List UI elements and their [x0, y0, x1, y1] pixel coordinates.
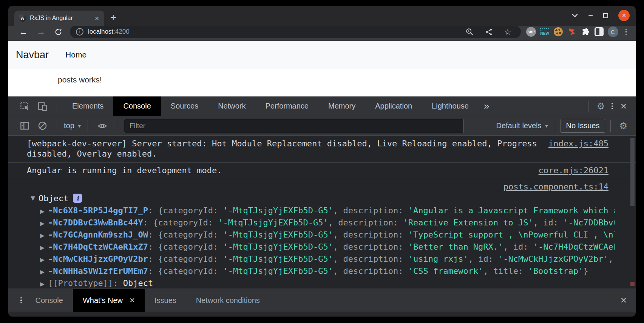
url-text: localhost:4200: [88, 28, 130, 36]
drawer-tab-network-conditions[interactable]: Network conditions: [186, 289, 270, 312]
object-row[interactable]: ▶-Nc7DDBvC3WwBnBc44Y: {categoryId: '-Mtq…: [8, 217, 615, 229]
devtools-tab-bar: Elements Console Sources Network Perform…: [8, 96, 636, 116]
chevron-down-icon: ▾: [78, 123, 81, 129]
drawer-tab-close-icon[interactable]: ×: [130, 296, 135, 305]
expand-triangle-icon[interactable]: ▶: [39, 278, 45, 289]
screen: A RxJS in Angular × + − × ← → i: [0, 0, 644, 323]
maximize-button[interactable]: [603, 13, 608, 18]
drawer-tab-console[interactable]: Console: [26, 289, 73, 312]
info-badge-icon[interactable]: i: [73, 194, 82, 203]
browser-menu-icon[interactable]: [622, 27, 631, 37]
console-sidebar-icon[interactable]: [16, 121, 34, 131]
devtools-tab-sources[interactable]: Sources: [161, 96, 208, 116]
object-children: ▶-Nc6X8-5RP5J4ggTI7_P: {categoryId: '-Mt…: [8, 205, 636, 289]
clear-console-icon[interactable]: [34, 121, 51, 131]
console-toolbar: top ▾ Default levels ▾ No Issues ⚙: [8, 116, 636, 136]
devtools-panel: Elements Console Sources Network Perform…: [8, 96, 636, 317]
back-button[interactable]: ←: [14, 28, 32, 36]
context-selector[interactable]: top ▾: [62, 121, 82, 130]
source-link[interactable]: core.mjs:26021: [539, 165, 608, 175]
devtools-tab-console[interactable]: Console: [113, 96, 161, 116]
zoom-icon[interactable]: [462, 28, 477, 36]
object-root-label: Object: [39, 194, 68, 203]
devtools-tab-elements[interactable]: Elements: [62, 96, 113, 116]
device-toolbar-icon[interactable]: [34, 101, 51, 111]
scrollbar-error-marker: [630, 282, 635, 286]
object-row[interactable]: ▶-Nc7H4DqCtzWCAeR1xZ7: {categoryId: '-Mt…: [8, 241, 615, 253]
adblock-extension-icon[interactable]: ABP: [526, 27, 536, 37]
object-root-row[interactable]: ▼ Object i: [8, 192, 636, 205]
browser-window: A RxJS in Angular × + − × ← → i: [8, 6, 636, 317]
collapse-triangle-icon[interactable]: ▼: [30, 195, 36, 202]
red-extension-icon[interactable]: [567, 27, 577, 37]
expand-triangle-icon[interactable]: ▶: [39, 205, 45, 217]
expand-triangle-icon[interactable]: ▶: [39, 230, 45, 241]
scrollbar-thumb[interactable]: [630, 138, 635, 206]
inspect-element-icon[interactable]: [16, 101, 34, 111]
address-bar[interactable]: i localhost:4200 ☆: [70, 25, 521, 38]
devtools-drawer-bar: Console What's New × Issues Network cond…: [8, 289, 636, 312]
cookie-extension-icon[interactable]: [553, 27, 564, 37]
tab-close-icon[interactable]: ×: [93, 14, 100, 23]
forward-button[interactable]: →: [32, 28, 50, 36]
console-message: Angular is running in development mode. …: [8, 163, 636, 179]
expand-triangle-icon[interactable]: ▶: [39, 217, 45, 229]
more-tabs-icon[interactable]: »: [479, 100, 494, 112]
object-row[interactable]: ▶-NcNHHaSVW1zfErUMEm7: {categoryId: '-Mt…: [8, 265, 615, 277]
devtools-settings-icon[interactable]: ⚙: [594, 102, 608, 111]
tab-title: RxJS in Angular: [30, 15, 90, 22]
drawer-close-icon[interactable]: ×: [617, 295, 630, 306]
devtools-tab-performance[interactable]: Performance: [256, 96, 319, 116]
page-content-text: posts works!: [8, 69, 636, 84]
extensions-puzzle-icon[interactable]: [581, 27, 591, 37]
expand-triangle-icon[interactable]: ▶: [39, 266, 45, 277]
console-object-log: posts.component.ts:14 ▼ Object i ▶-Nc6X8…: [8, 179, 636, 289]
site-info-icon[interactable]: i: [76, 28, 83, 36]
chevron-down-icon: ▾: [545, 123, 548, 129]
devtools-tab-memory[interactable]: Memory: [318, 96, 365, 116]
window-controls: − ×: [572, 10, 630, 21]
message-text: Angular is running in development mode.: [27, 165, 222, 175]
console-scrollbar[interactable]: [630, 137, 635, 287]
console-settings-icon[interactable]: ⚙: [616, 121, 630, 130]
navbar-brand[interactable]: Navbar: [16, 49, 49, 61]
devtools-tab-network[interactable]: Network: [208, 96, 255, 116]
source-link[interactable]: index.js:485: [548, 138, 608, 149]
side-panel-icon[interactable]: [594, 27, 604, 37]
expand-triangle-icon[interactable]: ▶: [39, 242, 45, 253]
object-row[interactable]: ▶[[Prototype]]: Object: [8, 277, 615, 289]
devtools-close-icon[interactable]: ×: [617, 101, 630, 112]
extensions-area: ABP NEW C: [526, 26, 631, 37]
web-page: Navbar Home posts works!: [8, 41, 636, 96]
devtools-tab-application[interactable]: Application: [365, 96, 422, 116]
profile-avatar[interactable]: C: [608, 26, 618, 37]
browser-tab[interactable]: A RxJS in Angular ×: [14, 11, 104, 26]
reload-button[interactable]: [50, 28, 67, 36]
drawer-menu-icon[interactable]: [17, 296, 26, 305]
nav-link-home[interactable]: Home: [65, 50, 86, 59]
devtools-menu-icon[interactable]: [608, 101, 617, 111]
object-row[interactable]: ▶-NcMwCkHJjzxGPOyV2br: {categoryId: '-Mt…: [8, 253, 615, 265]
expand-triangle-icon[interactable]: ▶: [39, 254, 45, 265]
object-row[interactable]: ▶-Nc6X8-5RP5J4ggTI7_P: {categoryId: '-Mt…: [8, 205, 615, 217]
log-levels-dropdown[interactable]: Default levels ▾: [494, 121, 549, 130]
bookmark-star-icon[interactable]: ☆: [501, 28, 515, 36]
console-filter-input[interactable]: [124, 119, 464, 133]
source-link[interactable]: posts.component.ts:14: [503, 182, 608, 192]
window-close-button[interactable]: ×: [618, 10, 630, 21]
minimize-button[interactable]: −: [588, 11, 593, 20]
no-issues-button[interactable]: No Issues: [561, 119, 605, 133]
drawer-tab-whats-new[interactable]: What's New ×: [73, 289, 145, 312]
share-icon[interactable]: [482, 28, 496, 36]
new-badge-extension-icon[interactable]: NEW: [540, 27, 550, 37]
devtools-tab-lighthouse[interactable]: Lighthouse: [422, 96, 479, 116]
new-tab-button[interactable]: +: [110, 12, 116, 23]
tab-search-chevron-icon[interactable]: [572, 14, 578, 17]
drawer-tab-issues[interactable]: Issues: [145, 289, 186, 312]
console-message: [webpack-dev-server] Server started: Hot…: [8, 136, 636, 163]
angular-favicon-icon: A: [19, 14, 26, 22]
object-row[interactable]: ▶-Nc7GCAgnnKm9szhJ_OW: {categoryId: '-Mt…: [8, 229, 615, 241]
browser-toolbar: ← → i localhost:4200 ☆ ABP NEW: [8, 26, 636, 41]
message-text: [webpack-dev-server] Server started: Hot…: [27, 138, 548, 159]
live-expression-eye-icon[interactable]: [93, 121, 111, 131]
